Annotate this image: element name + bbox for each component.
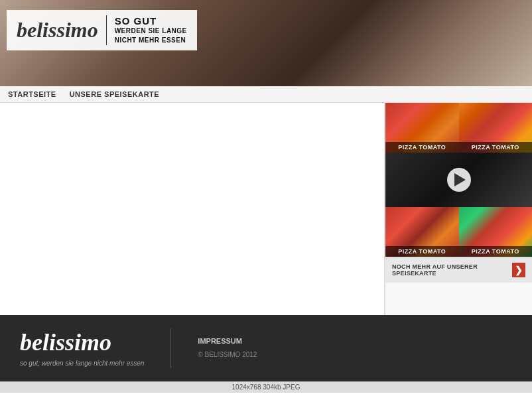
pizza-grid-bottom: PIZZA TOMATO PIZZA TOMATO <box>385 207 532 257</box>
header: belissimo SO GUT WERDEN SIE LANGE NICHT … <box>0 0 532 86</box>
footer-logo-text: belissimo <box>20 328 144 356</box>
footer: belissimo so gut, werden sie lange nicht… <box>0 315 532 381</box>
play-button[interactable] <box>447 168 471 192</box>
footer-copyright: © BELISSIMO 2012 <box>198 351 257 358</box>
tagline-bold: SO GUT <box>115 15 187 27</box>
left-content-area <box>0 103 385 315</box>
navigation: STARTSEITE UNSERE SPEISEKARTE <box>0 86 532 103</box>
pizza-label-3: PIZZA TOMATO <box>385 246 459 257</box>
cta-button[interactable]: NOCH MEHR AUF UNSERER SPEISEKARTE ❯ <box>385 257 532 283</box>
status-info: 1024x768 304kb JPEG <box>232 383 300 391</box>
pizza-grid-top: PIZZA TOMATO PIZZA TOMATO <box>385 103 532 153</box>
play-icon <box>454 173 466 186</box>
cta-text: NOCH MEHR AUF UNSERER SPEISEKARTE <box>392 263 512 277</box>
header-logo-box: belissimo SO GUT WERDEN SIE LANGE NICHT … <box>7 10 197 50</box>
pizza-thumb-4[interactable]: PIZZA TOMATO <box>459 207 533 257</box>
pizza-thumb-1[interactable]: PIZZA TOMATO <box>385 103 459 153</box>
tagline-line2: NICHT MEHR ESSEN <box>115 36 187 45</box>
tagline-box: SO GUT WERDEN SIE LANGE NICHT MEHR ESSEN <box>106 15 187 45</box>
main-area: PIZZA TOMATO PIZZA TOMATO PIZZA TOMATO <box>0 103 532 315</box>
pizza-label-1: PIZZA TOMATO <box>385 142 459 153</box>
nav-startseite[interactable]: STARTSEITE <box>8 90 56 98</box>
site-logo: belissimo <box>17 18 98 42</box>
tagline-line1: WERDEN SIE LANGE <box>115 27 187 36</box>
video-area[interactable] <box>385 153 532 207</box>
right-sidebar: PIZZA TOMATO PIZZA TOMATO PIZZA TOMATO <box>385 103 532 315</box>
video-background <box>385 153 532 207</box>
footer-links: IMPRESSUM © BELISSIMO 2012 <box>198 337 257 360</box>
footer-tagline: so gut, werden sie lange nicht mehr esse… <box>20 360 144 367</box>
footer-impressum-link[interactable]: IMPRESSUM <box>198 337 257 345</box>
pizza-label-4: PIZZA TOMATO <box>459 246 533 257</box>
logo-text: belissimo <box>17 18 98 42</box>
pizza-label-2: PIZZA TOMATO <box>459 142 533 153</box>
cta-arrow-icon: ❯ <box>512 263 525 277</box>
status-bar: 1024x768 304kb JPEG <box>0 381 532 393</box>
pizza-thumb-2[interactable]: PIZZA TOMATO <box>459 103 533 153</box>
nav-speisekarte[interactable]: UNSERE SPEISEKARTE <box>70 90 160 98</box>
footer-logo-area: belissimo so gut, werden sie lange nicht… <box>20 328 144 368</box>
footer-divider <box>170 328 171 368</box>
pizza-thumb-3[interactable]: PIZZA TOMATO <box>385 207 459 257</box>
